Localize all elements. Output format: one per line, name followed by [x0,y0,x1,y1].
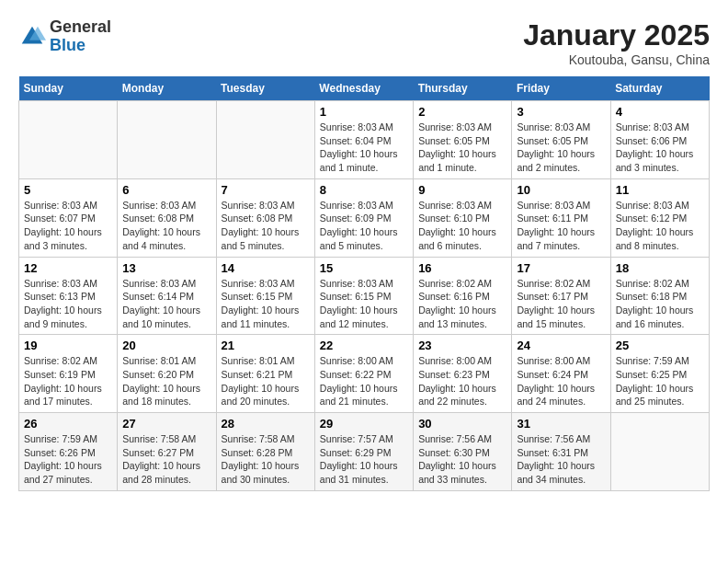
day-info: Sunrise: 8:03 AM Sunset: 6:13 PM Dayligh… [24,277,112,331]
calendar-cell [19,101,118,179]
weekday-header-row: SundayMondayTuesdayWednesdayThursdayFrid… [19,76,710,101]
day-info: Sunrise: 8:02 AM Sunset: 6:19 PM Dayligh… [24,354,112,408]
day-number: 9 [418,183,506,197]
calendar-cell: 27Sunrise: 7:58 AM Sunset: 6:27 PM Dayli… [118,413,216,491]
day-info: Sunrise: 8:01 AM Sunset: 6:21 PM Dayligh… [222,354,310,408]
day-number: 19 [24,339,112,352]
calendar-cell: 3Sunrise: 8:03 AM Sunset: 6:05 PM Daylig… [512,101,610,179]
calendar-cell [610,413,709,491]
day-info: Sunrise: 8:03 AM Sunset: 6:07 PM Dayligh… [24,199,112,253]
day-info: Sunrise: 7:59 AM Sunset: 6:26 PM Dayligh… [24,432,112,487]
calendar-cell: 2Sunrise: 8:03 AM Sunset: 6:05 PM Daylig… [414,101,512,179]
day-number: 25 [616,339,704,352]
title-block: January 2025 Koutouba, Gansu, China [523,18,710,67]
day-number: 14 [222,261,310,275]
day-info: Sunrise: 8:03 AM Sunset: 6:15 PM Dayligh… [320,277,408,331]
calendar-cell: 6Sunrise: 8:03 AM Sunset: 6:08 PM Daylig… [118,178,216,257]
calendar-cell: 23Sunrise: 8:00 AM Sunset: 6:23 PM Dayli… [414,335,512,413]
day-info: Sunrise: 8:03 AM Sunset: 6:11 PM Dayligh… [517,199,605,253]
day-number: 21 [222,339,310,352]
calendar-cell: 11Sunrise: 8:03 AM Sunset: 6:12 PM Dayli… [610,178,709,257]
calendar-week-row: 26Sunrise: 7:59 AM Sunset: 6:26 PM Dayli… [19,413,710,491]
day-info: Sunrise: 8:03 AM Sunset: 6:08 PM Dayligh… [222,199,310,253]
calendar-week-row: 5Sunrise: 8:03 AM Sunset: 6:07 PM Daylig… [19,178,710,257]
day-info: Sunrise: 8:03 AM Sunset: 6:09 PM Dayligh… [320,199,408,253]
calendar-cell: 26Sunrise: 7:59 AM Sunset: 6:26 PM Dayli… [19,413,118,491]
day-number: 6 [122,183,210,197]
calendar-cell: 19Sunrise: 8:02 AM Sunset: 6:19 PM Dayli… [19,335,118,413]
day-number: 16 [418,261,506,275]
calendar-week-row: 12Sunrise: 8:03 AM Sunset: 6:13 PM Dayli… [19,257,710,335]
day-info: Sunrise: 8:02 AM Sunset: 6:17 PM Dayligh… [517,277,605,331]
day-info: Sunrise: 7:59 AM Sunset: 6:25 PM Dayligh… [616,354,704,408]
calendar-cell: 15Sunrise: 8:03 AM Sunset: 6:15 PM Dayli… [314,257,413,335]
logo-icon [18,23,46,51]
day-number: 31 [517,417,605,431]
day-number: 2 [418,105,506,119]
calendar-cell: 18Sunrise: 8:02 AM Sunset: 6:18 PM Dayli… [610,257,709,335]
location: Koutouba, Gansu, China [523,52,710,67]
logo: General Blue [18,18,111,55]
calendar-cell: 5Sunrise: 8:03 AM Sunset: 6:07 PM Daylig… [19,178,118,257]
day-number: 27 [122,417,210,431]
calendar-cell: 9Sunrise: 8:03 AM Sunset: 6:10 PM Daylig… [414,178,512,257]
day-info: Sunrise: 8:00 AM Sunset: 6:23 PM Dayligh… [418,354,506,408]
day-number: 17 [517,261,605,275]
day-number: 20 [122,339,210,352]
day-number: 28 [222,417,310,431]
day-info: Sunrise: 7:57 AM Sunset: 6:29 PM Dayligh… [320,432,408,487]
day-number: 11 [616,183,704,197]
day-number: 26 [24,417,112,431]
calendar-cell: 14Sunrise: 8:03 AM Sunset: 6:15 PM Dayli… [216,257,314,335]
calendar-cell: 13Sunrise: 8:03 AM Sunset: 6:14 PM Dayli… [118,257,216,335]
calendar-cell: 22Sunrise: 8:00 AM Sunset: 6:22 PM Dayli… [314,335,413,413]
page-header: General Blue January 2025 Koutouba, Gans… [18,18,710,67]
day-info: Sunrise: 8:01 AM Sunset: 6:20 PM Dayligh… [122,354,210,408]
day-info: Sunrise: 8:03 AM Sunset: 6:06 PM Dayligh… [616,121,704,175]
day-info: Sunrise: 8:00 AM Sunset: 6:24 PM Dayligh… [517,354,605,408]
calendar-week-row: 1Sunrise: 8:03 AM Sunset: 6:04 PM Daylig… [19,101,710,179]
calendar-cell: 20Sunrise: 8:01 AM Sunset: 6:20 PM Dayli… [118,335,216,413]
day-number: 3 [517,105,605,119]
day-number: 29 [320,417,408,431]
day-number: 15 [320,261,408,275]
day-info: Sunrise: 7:58 AM Sunset: 6:27 PM Dayligh… [122,432,210,487]
month-title: January 2025 [523,18,710,52]
logo-blue: Blue [50,37,111,55]
calendar-cell: 17Sunrise: 8:02 AM Sunset: 6:17 PM Dayli… [512,257,610,335]
weekday-header: Thursday [414,76,512,101]
calendar-cell: 24Sunrise: 8:00 AM Sunset: 6:24 PM Dayli… [512,335,610,413]
calendar-cell: 31Sunrise: 7:56 AM Sunset: 6:31 PM Dayli… [512,413,610,491]
calendar-cell: 1Sunrise: 8:03 AM Sunset: 6:04 PM Daylig… [314,101,413,179]
day-number: 5 [24,183,112,197]
day-number: 23 [418,339,506,352]
day-info: Sunrise: 8:03 AM Sunset: 6:10 PM Dayligh… [418,199,506,253]
day-number: 1 [320,105,408,119]
calendar-cell: 16Sunrise: 8:02 AM Sunset: 6:16 PM Dayli… [414,257,512,335]
calendar-week-row: 19Sunrise: 8:02 AM Sunset: 6:19 PM Dayli… [19,335,710,413]
logo-text: General Blue [50,18,111,55]
calendar-cell: 30Sunrise: 7:56 AM Sunset: 6:30 PM Dayli… [414,413,512,491]
day-number: 22 [320,339,408,352]
day-info: Sunrise: 8:03 AM Sunset: 6:05 PM Dayligh… [517,121,605,175]
day-info: Sunrise: 7:58 AM Sunset: 6:28 PM Dayligh… [222,432,310,487]
day-number: 18 [616,261,704,275]
calendar-cell [118,101,216,179]
day-info: Sunrise: 8:03 AM Sunset: 6:04 PM Dayligh… [320,121,408,175]
day-number: 7 [222,183,310,197]
calendar-cell: 21Sunrise: 8:01 AM Sunset: 6:21 PM Dayli… [216,335,314,413]
weekday-header: Saturday [610,76,709,101]
day-info: Sunrise: 8:00 AM Sunset: 6:22 PM Dayligh… [320,354,408,408]
day-info: Sunrise: 8:03 AM Sunset: 6:12 PM Dayligh… [616,199,704,253]
day-number: 12 [24,261,112,275]
day-info: Sunrise: 7:56 AM Sunset: 6:31 PM Dayligh… [517,432,605,487]
weekday-header: Wednesday [314,76,413,101]
weekday-header: Monday [118,76,216,101]
day-number: 24 [517,339,605,352]
day-info: Sunrise: 8:03 AM Sunset: 6:15 PM Dayligh… [222,277,310,331]
day-number: 13 [122,261,210,275]
day-info: Sunrise: 8:02 AM Sunset: 6:16 PM Dayligh… [418,277,506,331]
calendar-cell: 10Sunrise: 8:03 AM Sunset: 6:11 PM Dayli… [512,178,610,257]
day-info: Sunrise: 7:56 AM Sunset: 6:30 PM Dayligh… [418,432,506,487]
calendar-cell: 25Sunrise: 7:59 AM Sunset: 6:25 PM Dayli… [610,335,709,413]
